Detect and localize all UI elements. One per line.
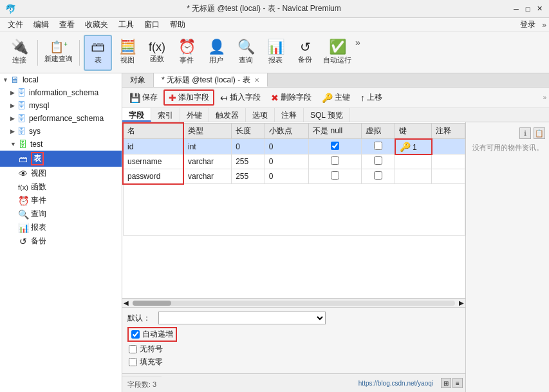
sidebar-item-performance-schema[interactable]: ▶ 🗄 performance_schema [0, 112, 122, 125]
notnull-checkbox-password[interactable] [331, 171, 339, 180]
table-row[interactable]: username varchar 255 0 [123, 154, 465, 169]
sidebar-item-test-event[interactable]: ⏰ 事件 [0, 194, 122, 207]
sidebar-item-test-query[interactable]: 🔍 查询 [0, 207, 122, 221]
zerofill-checkbox[interactable] [129, 358, 137, 366]
field-name-id[interactable]: id [123, 139, 183, 154]
field-type-id[interactable]: int [183, 139, 232, 154]
toolbar-query[interactable]: 🔍 查询 [232, 35, 260, 71]
field-decimal-id[interactable]: 0 [265, 139, 308, 154]
scroll-thumb[interactable] [133, 301, 171, 306]
field-key-id[interactable]: 🔑 1 [395, 139, 432, 154]
field-virtual-password[interactable] [362, 169, 395, 184]
field-type-username[interactable]: varchar [183, 154, 232, 169]
toolbar-view[interactable]: 🧮 视图 [113, 35, 142, 71]
menu-edit[interactable]: 编辑 [28, 18, 54, 32]
minimize-button[interactable]: ─ [512, 5, 521, 14]
table-row[interactable]: id int 0 0 🔑 1 [123, 139, 465, 154]
toolbar-function[interactable]: f(x) 函数 [143, 35, 171, 71]
sidebar-item-test[interactable]: ▼ 🗄 test [0, 138, 122, 151]
sidebar-item-test-report[interactable]: 📊 报表 [0, 221, 122, 234]
menu-help[interactable]: 帮助 [165, 18, 191, 32]
toolbar-table[interactable]: 🗃 表 [84, 35, 112, 71]
menu-tools[interactable]: 工具 [113, 18, 139, 32]
field-comment-password[interactable] [432, 169, 465, 184]
insert-field-button[interactable]: ↤ 插入字段 [216, 90, 265, 105]
field-length-password[interactable]: 255 [232, 169, 265, 184]
tab-objects[interactable]: 对象 [122, 73, 154, 87]
field-key-username[interactable] [395, 154, 432, 169]
delete-field-button[interactable]: ✖ 删除字段 [266, 90, 316, 105]
tab-close-icon[interactable]: ✕ [254, 77, 259, 84]
toolbar-event[interactable]: ⏰ 事件 [172, 35, 201, 71]
save-button[interactable]: 💾 保存 [125, 90, 162, 105]
field-notnull-password[interactable] [309, 169, 362, 184]
field-type-password[interactable]: varchar [183, 169, 232, 184]
sidebar-item-test-view[interactable]: 👁 视图 [0, 167, 122, 180]
sidebar-item-local[interactable]: ▼ 🖥 local [0, 73, 122, 86]
info-icon-btn-2[interactable]: 📋 [534, 127, 545, 139]
sidebar-item-test-func[interactable]: f(x) 函数 [0, 180, 122, 194]
status-btn-1[interactable]: ⊞ [441, 378, 451, 388]
maximize-button[interactable]: □ [523, 5, 532, 14]
menu-window[interactable]: 窗口 [139, 18, 165, 32]
subtab-indexes[interactable]: 索引 [151, 108, 180, 122]
move-up-button[interactable]: ↑ 上移 [356, 90, 387, 105]
toolbar-user[interactable]: 👤 用户 [202, 35, 230, 71]
subtab-sql-preview[interactable]: SQL 预览 [304, 108, 350, 122]
field-name-password[interactable]: password [123, 169, 183, 184]
sidebar-item-sys[interactable]: ▶ 🗄 sys [0, 125, 122, 138]
field-decimal-password[interactable]: 0 [265, 169, 308, 184]
field-comment-username[interactable] [432, 154, 465, 169]
horizontal-scrollbar[interactable]: ◀ ▶ [122, 298, 465, 307]
toolbar-report[interactable]: 📊 报表 [261, 35, 290, 71]
add-field-button[interactable]: ✚ 添加字段 [163, 89, 214, 106]
subtab-options[interactable]: 选项 [246, 108, 275, 122]
field-notnull-username[interactable] [309, 154, 362, 169]
sidebar-item-information-schema[interactable]: ▶ 🗄 information_schema [0, 86, 122, 99]
field-decimal-username[interactable]: 0 [265, 154, 308, 169]
subtab-triggers[interactable]: 触发器 [209, 108, 246, 122]
field-name-username[interactable]: username [123, 154, 183, 169]
scroll-left-arrow[interactable]: ◀ [122, 299, 130, 306]
subtab-fields[interactable]: 字段 [122, 108, 151, 122]
virtual-checkbox-username[interactable] [374, 156, 382, 165]
menu-view[interactable]: 查看 [54, 18, 80, 32]
notnull-checkbox-username[interactable] [331, 156, 339, 165]
table-row[interactable]: password varchar 255 0 [123, 169, 465, 184]
toolbar-newquery[interactable]: 📋+ 新建查询 [42, 35, 75, 71]
field-notnull-id[interactable] [309, 139, 362, 154]
status-btn-2[interactable]: ≡ [452, 378, 463, 388]
auto-increment-checkbox[interactable] [131, 330, 140, 339]
field-length-username[interactable]: 255 [232, 154, 265, 169]
unsigned-checkbox[interactable] [129, 345, 137, 353]
info-icon-btn-1[interactable]: ℹ [519, 127, 531, 139]
subtab-foreignkeys[interactable]: 外键 [180, 108, 209, 122]
notnull-checkbox-id[interactable] [331, 142, 339, 150]
virtual-checkbox-id[interactable] [374, 142, 382, 150]
unsigned-row: 无符号 [127, 344, 460, 355]
toolbar-expand-icon[interactable]: » [355, 37, 360, 48]
toolbar-connect[interactable]: 🔌 连接 [5, 35, 33, 71]
sidebar-item-test-table[interactable]: 🗃 表 [0, 151, 122, 167]
scroll-track[interactable] [133, 301, 455, 306]
primary-key-button[interactable]: 🔑 主键 [317, 90, 355, 105]
sidebar-item-test-backup[interactable]: ↺ 备份 [0, 234, 122, 248]
close-button[interactable]: ✕ [535, 5, 544, 14]
field-key-password[interactable] [395, 169, 432, 184]
scroll-right-arrow[interactable]: ▶ [458, 299, 465, 306]
field-comment-id[interactable] [432, 139, 465, 154]
menu-favorites[interactable]: 收藏夹 [80, 18, 113, 32]
menu-file[interactable]: 文件 [3, 18, 28, 32]
action-expand-icon[interactable]: » [543, 94, 546, 101]
default-value-select[interactable] [158, 312, 326, 324]
field-length-id[interactable]: 0 [232, 139, 265, 154]
tab-untitled[interactable]: * 无标题 @test (local) - 表 ✕ [154, 73, 268, 87]
field-virtual-id[interactable] [362, 139, 395, 154]
sidebar-item-mysql[interactable]: ▶ 🗄 mysql [0, 99, 122, 112]
toolbar-autorun[interactable]: ✅ 自动运行 [321, 35, 354, 71]
login-button[interactable]: 登录 [515, 19, 541, 31]
subtab-comment[interactable]: 注释 [275, 108, 304, 122]
field-virtual-username[interactable] [362, 154, 395, 169]
toolbar-backup[interactable]: ↺ 备份 [291, 35, 319, 71]
virtual-checkbox-password[interactable] [374, 171, 382, 180]
